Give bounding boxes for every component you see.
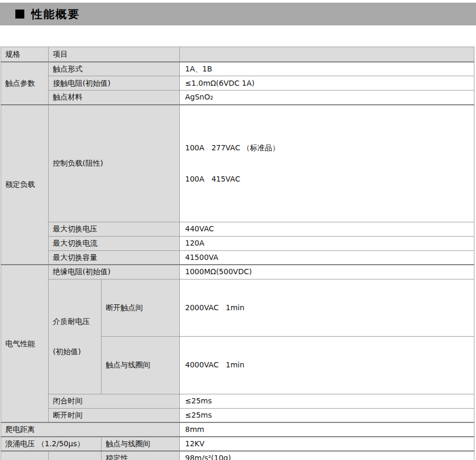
close-time-value: ≤25ms [180, 394, 474, 408]
control-load-value-line1: 100A 277VAC （标准品） [185, 141, 470, 155]
insulation-label: 绝缘电阻(初始值) [49, 265, 180, 279]
section-marker-icon [15, 10, 24, 19]
dielectric-label-line1: 介质耐电压 [53, 315, 97, 328]
header-value-empty [180, 47, 474, 62]
shock-stability-value: 98m/s²(10g) [180, 451, 474, 460]
creepage-value: 8mm [180, 422, 474, 437]
section-title: 性能概要 [31, 7, 80, 22]
table-row: 触点参数 触点形式 1A、1B [1, 62, 474, 76]
table-row: 最大切换容量 41500VA [1, 250, 474, 265]
insulation-value: 1000MΩ(500VDC) [180, 265, 474, 279]
max-current-label: 最大切换电流 [49, 236, 180, 250]
group-contact-params: 触点参数 [1, 62, 49, 105]
max-voltage-label: 最大切换电压 [49, 222, 180, 236]
performance-spec-table: 规格 项目 触点参数 触点形式 1A、1B 接触电阻(初始值) ≤1.0mΩ(6… [1, 47, 474, 460]
shock-stability-label: 稳定性 [102, 451, 180, 460]
open-contacts-value: 2000VAC 1min [180, 279, 474, 337]
table-row: 介质耐电压 (初始值) 断开触点间 2000VAC 1min [1, 279, 474, 337]
max-capacity-value: 41500VA [180, 250, 474, 265]
table-row: 浪涌电压 （1.2/50μs） 触点与线圈间 12KV [1, 437, 474, 451]
table-row: 接触电阻(初始值) ≤1.0mΩ(6VDC 1A) [1, 76, 474, 91]
control-load-value-line2: 100A 415VAC [185, 173, 470, 186]
open-time-label: 断开时间 [49, 408, 180, 422]
table-row: 断开时间 ≤25ms [1, 408, 474, 422]
close-time-label: 闭合时间 [49, 394, 180, 408]
surge-sub-label: 触点与线圈间 [102, 437, 180, 451]
creepage-label: 爬电距离 [1, 422, 180, 437]
surge-value: 12KV [180, 437, 474, 451]
contact-coil-label: 触点与线圈间 [102, 337, 180, 394]
open-contacts-label: 断开触点间 [102, 279, 180, 337]
max-voltage-value: 440VAC [180, 222, 474, 236]
table-row: 机械性能 冲击 稳定性 98m/s²(10g) [1, 451, 474, 460]
open-time-value: ≤25ms [180, 408, 474, 422]
contact-material-value: AgSnO₂ [180, 91, 474, 105]
control-load-label: 控制负载(阻性) [49, 105, 180, 222]
contact-resistance-label: 接触电阻(初始值) [49, 76, 180, 91]
contact-material-label: 触点材料 [49, 91, 180, 105]
table-row: 最大切换电压 440VAC [1, 222, 474, 236]
header-spec: 规格 [1, 47, 49, 62]
table-row: 额定负载 控制负载(阻性) 100A 277VAC （标准品） 100A 415… [1, 105, 474, 222]
contact-form-label: 触点形式 [49, 62, 180, 76]
surge-label: 浪涌电压 （1.2/50μs） [1, 437, 102, 451]
header-item: 项目 [49, 47, 180, 62]
table-row: 最大切换电流 120A [1, 236, 474, 250]
table-row: 闭合时间 ≤25ms [1, 394, 474, 408]
table-row: 爬电距离 8mm [1, 422, 474, 437]
contact-resistance-value: ≤1.0mΩ(6VDC 1A) [180, 76, 474, 91]
table-row: 电气性能 绝缘电阻(初始值) 1000MΩ(500VDC) [1, 265, 474, 279]
control-load-value: 100A 277VAC （标准品） 100A 415VAC [180, 105, 474, 222]
max-capacity-label: 最大切换容量 [49, 250, 180, 265]
dielectric-label-line2: (初始值) [53, 346, 97, 358]
section-header: 性能概要 [0, 3, 476, 25]
contact-coil-value: 4000VAC 1min [180, 337, 474, 394]
shock-label: 冲击 [49, 451, 102, 460]
group-mechanical: 机械性能 [1, 451, 49, 460]
max-current-value: 120A [180, 236, 474, 250]
group-rated-load: 额定负载 [1, 105, 49, 265]
table-header-row: 规格 项目 [1, 47, 474, 62]
table-row: 触点材料 AgSnO₂ [1, 91, 474, 105]
group-electrical: 电气性能 [1, 265, 49, 422]
dielectric-label: 介质耐电压 (初始值) [49, 279, 102, 394]
contact-form-value: 1A、1B [180, 62, 474, 76]
